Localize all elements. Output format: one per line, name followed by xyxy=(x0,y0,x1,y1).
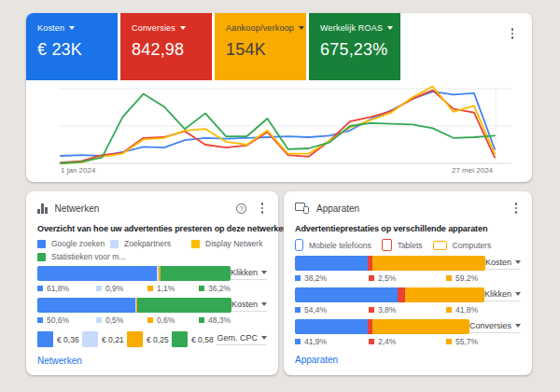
chevron-down-icon xyxy=(299,26,304,30)
bar-value-labels: 54,4% 3,8% 41,8% xyxy=(295,305,495,315)
value-swatch xyxy=(199,286,204,291)
bar-row-kosten: Kosten xyxy=(37,298,267,313)
trend-chart: 1 jan 2024 27 mei 2024 xyxy=(26,84,532,177)
legend-item: Statistieken voor m... xyxy=(37,252,125,261)
stacked-bar xyxy=(295,256,485,271)
value-swatch xyxy=(37,286,43,291)
trend-line-aankoop-verkoop xyxy=(61,87,495,163)
legend-row: Statistieken voor m... xyxy=(37,252,267,261)
value-swatch xyxy=(147,286,153,291)
legend-item: Tablets xyxy=(382,239,423,251)
trend-line-kosten xyxy=(61,91,495,156)
bar-value-labels: 41,9% 2,4% 55,7% xyxy=(295,337,495,346)
cpc-value: € 0,58 xyxy=(172,331,217,347)
bar-row-klikken: Klikken xyxy=(295,287,521,302)
devices-card: Apparaten Advertentieprestaties op versc… xyxy=(284,191,532,375)
legend-swatch xyxy=(110,240,119,248)
cpc-square xyxy=(37,331,53,347)
legend-item: Computers xyxy=(433,241,492,250)
stacked-bar xyxy=(295,319,469,334)
chevron-down-icon xyxy=(387,26,393,30)
scorecard-value: 842,98 xyxy=(132,40,212,60)
stacked-bar xyxy=(295,287,484,302)
networks-card: Netwerken Overzicht van hoe uw advertent… xyxy=(26,191,278,375)
metric-dropdown[interactable]: Gem. CPC xyxy=(217,333,267,345)
help-icon[interactable] xyxy=(236,203,246,214)
metric-dropdown[interactable]: Kosten xyxy=(231,300,267,312)
legend-row: Google zoeken Zoekpartners Display Netwe… xyxy=(37,239,267,248)
x-axis-end-label: 27 mei 2024 xyxy=(452,166,493,175)
scorecard-tiles: Kosten € 23K Conversies 842,98 Aankoop/v… xyxy=(26,13,532,80)
bar-segment xyxy=(37,298,135,313)
value-swatch xyxy=(147,317,153,323)
card-subtitle: Overzicht van hoe uw advertenties preste… xyxy=(37,224,267,233)
scorecard-kosten: Kosten € 23K xyxy=(26,13,118,80)
legend-item: Display Netwerk xyxy=(191,239,262,248)
scorecard-value: 154K xyxy=(226,40,306,60)
cpc-squares-row: € 0,36 € 0,21 € 0,25 € 0,58 Gem. CPC xyxy=(37,331,267,347)
legend-row: Mobiele telefoons Tablets Computers xyxy=(295,239,521,251)
value-swatch xyxy=(37,317,43,323)
chevron-down-icon xyxy=(180,26,186,30)
devices-card-header: Apparaten xyxy=(295,201,521,216)
value-swatch xyxy=(96,286,102,291)
bar-segment xyxy=(295,256,368,271)
bar-row-kosten: Kosten xyxy=(295,256,521,271)
scorecard-aankoop-verkoop: Aankoop/verkoop 154K xyxy=(215,13,306,80)
scorecard-metric-dropdown[interactable]: Aankoop/verkoop xyxy=(226,23,306,33)
cpc-square xyxy=(172,331,188,347)
x-axis-start-label: 1 jan 2024 xyxy=(61,166,95,175)
card-title: Apparaten xyxy=(316,203,511,214)
legend-item: Zoekpartners xyxy=(110,239,191,248)
metric-dropdown[interactable]: Klikken xyxy=(231,268,267,280)
metric-dropdown[interactable]: Conversies xyxy=(469,321,521,333)
bar-segment xyxy=(372,319,469,334)
cpc-value: € 0,25 xyxy=(127,331,172,347)
legend-swatch xyxy=(37,240,46,248)
bar-value-labels: 61,8% 0,9% 1,1% 36,2% xyxy=(37,284,237,293)
scorecard-metric-dropdown[interactable]: Werkelijk ROAS xyxy=(320,23,400,33)
value-swatch xyxy=(446,275,452,281)
bar-segment xyxy=(405,287,484,302)
value-swatch xyxy=(96,317,102,323)
stacked-bar xyxy=(37,266,231,281)
bar-segment xyxy=(398,287,405,302)
bar-segment xyxy=(161,266,231,281)
chevron-down-icon xyxy=(515,292,521,296)
value-swatch xyxy=(295,307,301,313)
kebab-menu-icon[interactable] xyxy=(511,203,521,214)
kebab-menu-icon[interactable] xyxy=(258,203,267,214)
phone-icon xyxy=(295,239,303,251)
trend-chart-svg xyxy=(26,84,532,177)
value-swatch xyxy=(446,339,452,344)
networks-link[interactable]: Netwerken xyxy=(37,356,82,366)
tablet-icon xyxy=(382,239,392,251)
value-swatch xyxy=(369,275,374,281)
card-subtitle: Advertentieprestaties op verschillende a… xyxy=(295,224,521,233)
chevron-down-icon xyxy=(261,271,267,274)
legend-swatch xyxy=(191,240,200,248)
value-swatch xyxy=(369,339,374,344)
computer-icon xyxy=(433,241,447,250)
devices-link[interactable]: Apparaten xyxy=(295,355,338,365)
performance-overview-card: Kosten € 23K Conversies 842,98 Aankoop/v… xyxy=(26,13,532,182)
cpc-square xyxy=(127,331,143,347)
bar-row-conversies: Conversies xyxy=(295,319,521,334)
chevron-down-icon xyxy=(515,324,521,328)
scorecard-metric-dropdown[interactable]: Kosten xyxy=(37,23,118,33)
legend-item: Mobiele telefoons xyxy=(295,239,371,251)
kebab-menu-icon[interactable] xyxy=(508,28,517,39)
scorecard-metric-dropdown[interactable]: Conversies xyxy=(132,23,212,33)
chevron-down-icon xyxy=(515,260,521,264)
legend-swatch xyxy=(37,253,46,261)
card-title: Netwerken xyxy=(55,203,237,214)
cpc-value: € 0,36 xyxy=(37,331,82,347)
networks-card-header: Netwerken xyxy=(37,201,267,216)
bar-chart-icon xyxy=(37,203,48,214)
bar-segment xyxy=(137,298,231,313)
metric-dropdown[interactable]: Kosten xyxy=(485,258,521,270)
devices-icon xyxy=(295,203,309,214)
bar-segment xyxy=(372,256,485,271)
metric-dropdown[interactable]: Klikken xyxy=(484,289,521,301)
legend-item: Google zoeken xyxy=(37,239,110,248)
